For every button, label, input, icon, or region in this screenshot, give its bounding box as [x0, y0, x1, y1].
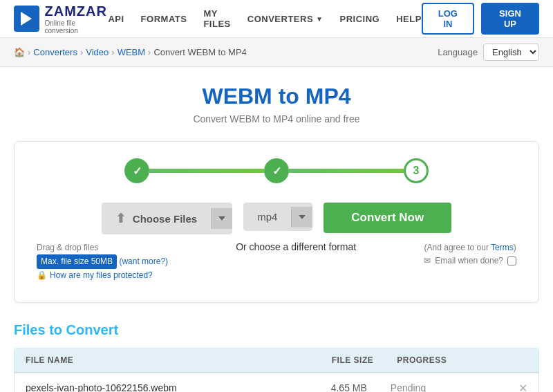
lock-icon: 🔒	[37, 269, 47, 282]
nav-formats[interactable]: FORMATS	[141, 14, 187, 24]
language-area: Language English	[438, 44, 539, 61]
nav-api[interactable]: API	[108, 14, 124, 24]
helper-area: Drag & drop files Max. file size 50MB (w…	[37, 241, 516, 283]
language-select[interactable]: English	[483, 44, 539, 61]
convert-now-button[interactable]: Convert Now	[324, 203, 451, 233]
drag-drop-text: Drag & drop files	[37, 241, 168, 254]
choose-files-label: Choose Files	[133, 213, 197, 225]
format-label: mp4	[243, 203, 291, 231]
col-header-progress: PROGRESS	[390, 355, 527, 365]
files-protected-link[interactable]: How are my files protected?	[50, 269, 153, 282]
login-button[interactable]: LOG IN	[422, 3, 474, 35]
logo-arrow-icon	[21, 12, 32, 26]
nav-myfiles[interactable]: MY FILES	[203, 8, 230, 29]
logo-text: ZAMZAR Online file conversion	[45, 3, 109, 35]
files-title-plain: Files to	[14, 322, 66, 337]
col-header-name: FILE NAME	[26, 355, 286, 365]
nav-pricing[interactable]: PRICING	[339, 14, 379, 24]
helper-right: (And agree to our Terms) ✉ Email when do…	[424, 241, 516, 283]
agree-plain: (And agree to our	[424, 243, 491, 252]
breadcrumb-separator: ›	[80, 47, 83, 57]
steps-row: ✓ ✓ 3	[37, 158, 516, 183]
page-subtitle: Convert WEBM to MP4 online and free	[14, 113, 539, 124]
step-connector-1	[149, 169, 264, 173]
steps-container: ✓ ✓ 3	[124, 158, 429, 183]
step-2: ✓	[264, 158, 289, 183]
file-size-cell: 4.65 MB	[281, 382, 383, 392]
chevron-down-icon: ▼	[316, 15, 323, 23]
step-3: 3	[404, 158, 429, 183]
file-limit-badge: Max. file size 50MB	[37, 254, 117, 269]
logo-sub: Online file conversion	[45, 19, 109, 35]
upload-icon: ⬆	[115, 211, 126, 226]
nav-converters[interactable]: CONVERTERS ▼	[247, 14, 324, 24]
caret-icon	[218, 216, 225, 221]
converter-box: ✓ ✓ 3 ⬆ Choose Files	[14, 141, 539, 303]
remove-file-button[interactable]: ✕	[518, 382, 527, 392]
main-nav: API FORMATS MY FILES CONVERTERS ▼ PRICIN…	[108, 8, 421, 29]
main-content: WEBM to MP4 Convert WEBM to MP4 online a…	[0, 67, 553, 392]
step-connector-2	[289, 169, 404, 173]
breadcrumb-current: Convert WEBM to MP4	[153, 47, 246, 57]
page-title: WEBM to MP4	[14, 84, 539, 109]
logo-box	[14, 6, 39, 32]
breadcrumb-webm[interactable]: WEBM	[118, 47, 145, 57]
choose-files-main: ⬆ Choose Files	[102, 203, 211, 234]
file-progress-cell: Pending	[384, 382, 518, 392]
files-table: FILE NAME FILE SIZE PROGRESS pexels-ivan…	[14, 348, 539, 392]
signup-button[interactable]: SIGN UP	[481, 3, 539, 35]
choose-files-dropdown[interactable]	[211, 208, 232, 229]
terms-link[interactable]: Terms	[491, 243, 514, 252]
breadcrumb-separator: ›	[148, 47, 151, 57]
agree-text: (And agree to our Terms)	[424, 241, 516, 254]
format-caret-icon	[299, 215, 306, 219]
table-row: pexels-ivan-photo-10622156.webm 4.65 MB …	[15, 373, 538, 392]
files-table-header: FILE NAME FILE SIZE PROGRESS	[15, 348, 538, 373]
breadcrumb-separator: ›	[111, 47, 114, 57]
breadcrumb-separator: ›	[28, 47, 30, 57]
header: ZAMZAR Online file conversion API FORMAT…	[0, 0, 553, 38]
breadcrumb-converters[interactable]: Converters	[33, 47, 77, 57]
step-1-label: ✓	[133, 165, 142, 178]
logo-area: ZAMZAR Online file conversion	[14, 3, 108, 35]
file-limit-line: Max. file size 50MB (want more?)	[37, 254, 168, 269]
breadcrumb-bar: 🏠 › Converters › Video › WEBM › Convert …	[0, 38, 553, 67]
email-line: ✉ Email when done?	[424, 254, 516, 268]
nav-help[interactable]: HELP	[396, 14, 422, 24]
helper-left: Drag & drop files Max. file size 50MB (w…	[37, 241, 168, 283]
breadcrumb-video[interactable]: Video	[86, 47, 109, 57]
col-header-size: FILE SIZE	[286, 355, 390, 365]
nav-actions: LOG IN SIGN UP	[422, 3, 539, 35]
action-row: ⬆ Choose Files mp4 Convert Now	[37, 203, 516, 234]
format-select-button[interactable]: mp4	[243, 203, 312, 231]
want-more-link[interactable]: (want more?)	[119, 256, 168, 266]
home-icon[interactable]: 🏠	[14, 47, 25, 57]
language-label: Language	[438, 47, 478, 57]
format-helper: Or choose a different format	[179, 241, 413, 283]
choose-files-button[interactable]: ⬆ Choose Files	[102, 203, 232, 234]
logo-name: ZAMZAR	[45, 3, 109, 19]
email-checkbox[interactable]	[507, 256, 516, 265]
agree-plain2: )	[514, 243, 516, 252]
lock-line: 🔒 How are my files protected?	[37, 269, 168, 282]
files-title: Files to Convert	[14, 322, 539, 338]
step-2-label: ✓	[272, 165, 281, 178]
format-dropdown[interactable]	[291, 207, 312, 227]
files-section: Files to Convert FILE NAME FILE SIZE PRO…	[14, 322, 539, 392]
step-1: ✓	[124, 158, 149, 183]
email-icon: ✉	[424, 254, 431, 268]
files-title-colored: Convert	[66, 322, 119, 337]
or-choose-format-text: Or choose a different format	[179, 241, 413, 252]
email-label: Email when done?	[435, 254, 503, 268]
breadcrumb: 🏠 › Converters › Video › WEBM › Convert …	[14, 47, 247, 57]
step-3-label: 3	[413, 165, 420, 177]
file-name-cell: pexels-ivan-photo-10622156.webm	[26, 382, 281, 392]
